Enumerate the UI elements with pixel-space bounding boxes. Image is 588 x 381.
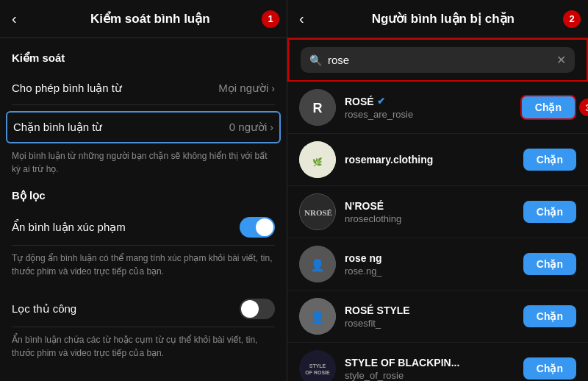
toggle-knob-2 bbox=[241, 300, 259, 318]
user-name: N'ROSÉ bbox=[345, 200, 514, 212]
user-handle: roses_are_rosie bbox=[345, 109, 512, 120]
allow-comments-value: Mọi người › bbox=[218, 82, 275, 95]
user-name: STYLE OF BLACKPIN... bbox=[345, 357, 514, 368]
user-handle: nroseclothing bbox=[345, 213, 514, 224]
left-panel: ‹ Kiểm soát bình luận 1 Kiểm soát Cho ph… bbox=[0, 0, 287, 381]
user-item: NROSÉ N'ROSÉ nroseclothing Chặn bbox=[287, 186, 588, 238]
hide-offensive-toggle[interactable] bbox=[240, 217, 275, 238]
search-icon: 🔍 bbox=[309, 54, 322, 66]
avatar: 🌿 bbox=[299, 141, 336, 178]
avatar: NROSÉ bbox=[299, 193, 336, 230]
user-name: ROSÉ STYLE bbox=[345, 305, 514, 316]
block-description: Mọi bình luận từ những người bạn chặn sẽ… bbox=[12, 149, 275, 176]
block-comments-value: 0 người › bbox=[229, 121, 273, 134]
block-button[interactable]: Chặn bbox=[523, 305, 576, 327]
svg-text:👤: 👤 bbox=[310, 310, 325, 324]
section-filter-title: Bộ lọc bbox=[12, 189, 275, 202]
right-header: ‹ Người bình luận bị chặn 2 bbox=[287, 0, 588, 38]
avatar: 👤 bbox=[299, 246, 336, 282]
user-name: ROSÉ ✔ bbox=[345, 96, 512, 107]
user-info: ROSÉ STYLE rosesfit_ bbox=[345, 305, 514, 329]
search-bar: 🔍 ✕ bbox=[287, 38, 588, 82]
hide-offensive-row: Ẩn bình luận xúc phạm bbox=[12, 210, 275, 246]
svg-text:R: R bbox=[313, 101, 323, 115]
left-back-icon[interactable]: ‹ bbox=[12, 10, 17, 27]
block-comments-row[interactable]: Chặn bình luận từ 0 người › bbox=[6, 111, 281, 143]
block-button[interactable]: Chặn bbox=[523, 201, 576, 223]
user-info: STYLE OF BLACKPIN... style_of_rosie bbox=[345, 357, 514, 381]
section-control-title: Kiểm soát bbox=[12, 51, 275, 65]
block-button[interactable]: Chặn bbox=[523, 149, 576, 171]
svg-text:NROSÉ: NROSÉ bbox=[304, 208, 332, 217]
svg-text:OF ROSIE: OF ROSIE bbox=[305, 370, 330, 375]
right-title: Người bình luận bị chặn bbox=[310, 11, 576, 26]
hide-offensive-description: Tự động ẩn bình luận có thể mang tính xú… bbox=[12, 252, 275, 278]
user-handle: rose.ng_ bbox=[345, 266, 514, 277]
user-item: R ROSÉ ✔ roses_are_rosie Chặn 3 bbox=[287, 82, 588, 134]
svg-text:STYLE: STYLE bbox=[309, 363, 326, 368]
user-item: 👤 rose ng rose.ng_ Chặn bbox=[287, 238, 588, 291]
user-info: rosemary.clothing bbox=[345, 154, 514, 165]
user-list: R ROSÉ ✔ roses_are_rosie Chặn 3 🌿 rosema… bbox=[287, 82, 588, 381]
user-info: ROSÉ ✔ roses_are_rosie bbox=[345, 96, 512, 120]
svg-text:👤: 👤 bbox=[310, 258, 325, 272]
manual-filter-toggle[interactable] bbox=[240, 299, 275, 319]
block-button[interactable]: Chặn bbox=[523, 253, 576, 275]
user-item: STYLEOF ROSIE STYLE OF BLACKPIN... style… bbox=[287, 343, 588, 381]
user-info: rose ng rose.ng_ bbox=[345, 252, 514, 277]
step2-badge: 2 bbox=[563, 10, 581, 28]
svg-text:🌿: 🌿 bbox=[312, 157, 323, 167]
user-item: 🌿 rosemary.clothing Chặn bbox=[287, 134, 588, 186]
right-back-icon[interactable]: ‹ bbox=[299, 10, 304, 27]
user-handle: style_of_rosie bbox=[345, 370, 514, 381]
manual-filter-description: Ẩn bình luận chứa các từ hoặc cụm từ cụ … bbox=[12, 333, 275, 360]
allow-comments-row[interactable]: Cho phép bình luận từ Mọi người › bbox=[12, 72, 275, 105]
step1-badge: 1 bbox=[262, 10, 279, 28]
hide-offensive-label: Ẩn bình luận xúc phạm bbox=[12, 221, 126, 234]
avatar: 👤 bbox=[299, 298, 336, 335]
user-handle: rosesfit_ bbox=[345, 318, 514, 329]
block-button[interactable]: Chặn bbox=[520, 95, 576, 120]
block-comments-label: Chặn bình luận từ bbox=[13, 121, 102, 134]
block-button[interactable]: Chặn bbox=[523, 357, 576, 380]
user-info: N'ROSÉ nroseclothing bbox=[345, 200, 514, 224]
manual-filter-label: Lọc thủ công bbox=[12, 302, 76, 316]
manual-filter-row: Lọc thủ công bbox=[12, 291, 275, 327]
avatar: STYLEOF ROSIE bbox=[299, 350, 336, 381]
verified-icon: ✔ bbox=[377, 96, 385, 107]
right-panel: ‹ Người bình luận bị chặn 2 🔍 ✕ R ROSÉ ✔… bbox=[287, 0, 588, 381]
left-header: ‹ Kiểm soát bình luận 1 bbox=[0, 0, 287, 38]
step3-badge: 3 bbox=[579, 99, 588, 116]
user-item: 👤 ROSÉ STYLE rosesfit_ Chặn bbox=[287, 291, 588, 343]
search-wrapper[interactable]: 🔍 ✕ bbox=[301, 47, 575, 73]
search-input[interactable] bbox=[328, 54, 551, 66]
avatar: R bbox=[299, 89, 336, 126]
left-content: Kiểm soát Cho phép bình luận từ Mọi ngườ… bbox=[0, 38, 287, 381]
allow-comments-label: Cho phép bình luận từ bbox=[12, 82, 122, 95]
left-title: Kiểm soát bình luận bbox=[26, 11, 275, 26]
user-name: rosemary.clothing bbox=[345, 154, 514, 165]
user-name: rose ng bbox=[345, 252, 514, 264]
search-clear-icon[interactable]: ✕ bbox=[556, 53, 566, 67]
toggle-knob bbox=[256, 218, 273, 236]
